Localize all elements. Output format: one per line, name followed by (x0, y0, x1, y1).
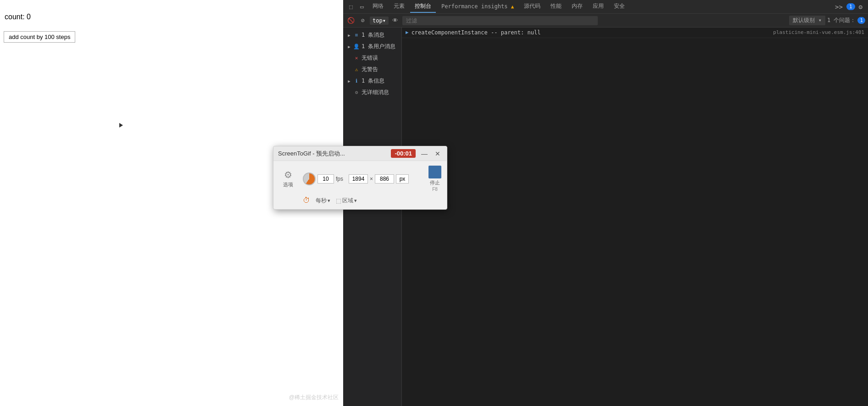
tab-badge: 1 (846, 3, 855, 10)
screentogif-stop-label: 停止 F8 (430, 179, 440, 192)
devtools-second-bar: 🚫 ⊘ top ▾ 👁 默认级别 ▾ 1 个问题： 1 (343, 14, 868, 28)
screentogif-stop-group: 停止 F8 (428, 166, 441, 192)
count-display: count: 0 (5, 13, 31, 21)
gear-icon: ⚙ (284, 169, 292, 180)
console-log-line[interactable]: ▶ createComponentInstance -- parent: nul… (402, 28, 868, 38)
user-icon: 👤 (353, 44, 360, 50)
clear-icon[interactable]: ⊘ (358, 16, 368, 26)
tab-security[interactable]: 安全 (609, 0, 629, 13)
devtools-device-icon[interactable]: ▭ (357, 2, 367, 12)
region-dropdown[interactable]: ▾ (354, 198, 357, 204)
screentogif-body: ⚙ 选项 fps × 停止 F8 (273, 161, 447, 196)
tree-arrow-user: ▶ (347, 44, 351, 49)
tree-item-no-warnings[interactable]: ⚠ 无警告 (343, 64, 401, 75)
screentogif-close-button[interactable]: ✕ (433, 150, 442, 157)
tree-item-messages[interactable]: ▶ ≡ 1 条消息 (343, 29, 401, 41)
error-icon: ✕ (353, 55, 360, 61)
filter-input[interactable] (402, 16, 598, 25)
tree-arrow-errors (347, 56, 351, 61)
issues-badge: 1 个问题： 1 (827, 17, 865, 24)
console-filter-tree: ▶ ≡ 1 条消息 ▶ 👤 1 条用户消息 ✕ 无错误 ⚠ 无警告 ▶ ℹ (343, 28, 402, 406)
screentogif-per-sec-group: 每秒 ▾ (316, 197, 330, 205)
per-sec-label: 每秒 (316, 197, 327, 205)
screentogif-fps-indicator (303, 172, 316, 185)
tree-arrow-info: ▶ (347, 79, 351, 83)
add-count-button[interactable]: add count by 100 steps (4, 31, 75, 43)
tree-arrow-verbose (347, 90, 351, 95)
tab-sources[interactable]: 源代码 (519, 0, 545, 13)
messages-icon: ≡ (353, 32, 360, 39)
eye-icon[interactable]: 👁 (390, 16, 401, 26)
performance-warning-icon: ▲ (511, 4, 514, 10)
tree-item-no-errors[interactable]: ✕ 无错误 (343, 52, 401, 64)
info-icon: ℹ (353, 78, 360, 84)
screentogif-region-group: ⬚ 区域 ▾ (336, 197, 357, 205)
tab-elements[interactable]: 元素 (389, 0, 409, 13)
tree-arrow-messages: ▶ (347, 33, 351, 38)
watermark-text: @稀土掘金技术社区 (289, 394, 339, 401)
screentogif-stop-key: F8 (432, 187, 438, 192)
tree-item-info[interactable]: ▶ ℹ 1 条信息 (343, 75, 401, 87)
tab-performance-insights[interactable]: Performance insights ▲ (437, 1, 518, 12)
console-source-link[interactable]: plasticine-mini-vue.esm.js:401 (773, 29, 864, 35)
region-label: 区域 (342, 197, 353, 205)
log-level-dropdown[interactable]: 默认级别 ▾ (789, 16, 825, 25)
screentogif-fps-group: fps (303, 172, 343, 185)
devtools-tab-bar: ⬚ ▭ 网络 元素 控制台 Performance insights ▲ 源代码… (343, 0, 868, 14)
devtools-content: ▶ ≡ 1 条消息 ▶ 👤 1 条用户消息 ✕ 无错误 ⚠ 无警告 ▶ ℹ (343, 28, 868, 406)
more-tabs-button[interactable]: >> (832, 2, 846, 11)
region-icon: ⬚ (336, 197, 341, 204)
screentogif-clock-icon: ⏱ (303, 196, 310, 205)
screentogif-fps-input[interactable] (317, 174, 334, 184)
tab-memory[interactable]: 内存 (567, 0, 587, 13)
issues-count: 1 (857, 17, 865, 24)
screentogif-titlebar: ScreenToGif - 预先启动... -00:01 — ✕ (273, 146, 447, 161)
screentogif-minimize-button[interactable]: — (419, 150, 429, 157)
screentogif-width-input[interactable] (349, 174, 368, 184)
per-sec-dropdown[interactable]: ▾ (328, 198, 330, 204)
ban-icon[interactable]: 🚫 (346, 16, 356, 26)
top-context-dropdown[interactable]: top ▾ (370, 17, 389, 25)
dropdown-arrow-icon: ▾ (383, 17, 386, 24)
screentogif-options-button[interactable]: ⚙ 选项 (279, 169, 297, 188)
screentogif-fps-label: fps (336, 176, 343, 182)
tab-performance[interactable]: 性能 (546, 0, 566, 13)
tree-item-user-messages[interactable]: ▶ 👤 1 条用户消息 (343, 41, 401, 52)
tree-item-verbose[interactable]: ⚙ 无详细消息 (343, 87, 401, 98)
console-output: ▶ createComponentInstance -- parent: nul… (402, 28, 868, 406)
console-log-text: createComponentInstance -- parent: null (412, 29, 773, 36)
cursor-pointer (119, 123, 123, 128)
level-dropdown-arrow: ▾ (818, 17, 822, 23)
tree-arrow-warnings (347, 67, 351, 72)
screentogif-dimensions-group: × (349, 174, 409, 184)
tab-application[interactable]: 应用 (588, 0, 608, 13)
screentogif-title: ScreenToGif - 预先启动... (278, 150, 387, 158)
dimensions-x-separator: × (370, 176, 373, 182)
tab-console[interactable]: 控制台 (410, 0, 436, 13)
devtools-inspect-icon[interactable]: ⬚ (346, 2, 356, 12)
screentogif-timer: -00:01 (391, 149, 416, 158)
screentogif-window: ScreenToGif - 预先启动... -00:01 — ✕ ⚙ 选项 fp… (273, 146, 447, 210)
screentogif-height-input[interactable] (375, 174, 394, 184)
warning-icon: ⚠ (353, 67, 360, 73)
verbose-icon: ⚙ (353, 89, 360, 96)
screentogif-stop-button[interactable] (428, 166, 441, 178)
tab-network[interactable]: 网络 (368, 0, 388, 13)
screentogif-px-input[interactable] (396, 174, 409, 184)
screentogif-second-row: ⏱ 每秒 ▾ ⬚ 区域 ▾ (297, 196, 447, 209)
console-expand-arrow[interactable]: ▶ (406, 29, 409, 35)
devtools-settings-icon[interactable]: ⚙ (856, 2, 865, 11)
